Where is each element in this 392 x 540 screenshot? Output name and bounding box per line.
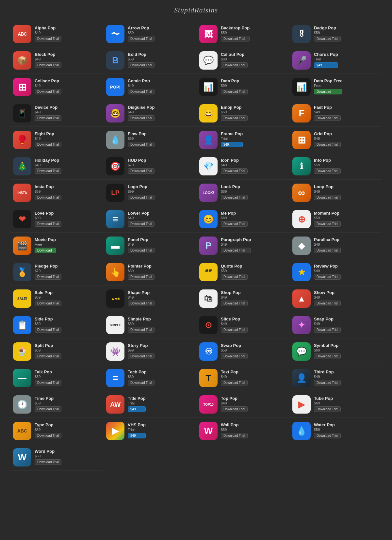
download-button[interactable]: Download Trial	[221, 195, 248, 200]
app-name: Shape Pop	[128, 290, 155, 295]
app-info: Icon Pop$49Download Trial	[221, 157, 248, 174]
download-button[interactable]: Download Trial	[128, 380, 155, 385]
app-info: Story Pop$99Download Trial	[128, 342, 155, 359]
download-button[interactable]: Download Trial	[35, 62, 61, 68]
download-button[interactable]: Download Trial	[35, 327, 61, 333]
download-button[interactable]: $49	[128, 433, 146, 438]
list-item: ▶Tube Pop$69Download Trial	[289, 391, 382, 418]
download-button[interactable]: Download Trial	[314, 168, 341, 174]
download-button[interactable]: Download Trial	[314, 36, 341, 41]
list-item: 💬Symbol Pop$69Download Trial	[289, 338, 382, 365]
download-button[interactable]: Download Trial	[128, 142, 155, 147]
download-button[interactable]: Download Trial	[35, 274, 61, 280]
download-button[interactable]: Download Trial	[221, 248, 251, 253]
app-info: Callout Pop$89Download Trial	[221, 51, 248, 68]
download-button[interactable]: Download Trial	[221, 327, 248, 333]
download-button[interactable]: Download Trial	[221, 168, 248, 174]
app-name: Data Pop	[221, 78, 248, 83]
download-button[interactable]: Download Trial	[35, 115, 61, 121]
download-button[interactable]: Download Trial	[35, 89, 61, 94]
list-item: PParagraph Pop$49Download Trial	[196, 233, 289, 259]
download-button[interactable]: Download Trial	[221, 274, 248, 280]
app-price: Trial	[221, 137, 243, 140]
list-item: 🛍Shop Pop$49Download Trial	[196, 286, 289, 312]
download-button[interactable]: Download Trial	[314, 248, 341, 253]
app-info: Simple Pop$59Download Trial	[128, 316, 155, 333]
download-button[interactable]: Download Trial	[221, 433, 248, 438]
app-name: HUD Pop	[128, 158, 155, 163]
download-button[interactable]: Download Trial	[35, 433, 61, 438]
download-button[interactable]: Download Trial	[128, 168, 155, 174]
list-item: WWord Pop$59Download Trial	[10, 444, 103, 471]
list-item: 🎄Holiday Pop$49Download Trial	[10, 153, 103, 180]
download-button[interactable]: Download Trial	[314, 433, 341, 438]
app-price: $49	[314, 110, 341, 114]
download-button[interactable]: Download Trial	[128, 301, 155, 306]
app-icon: 📋	[13, 316, 31, 334]
download-button[interactable]: Download Trial	[221, 36, 250, 41]
app-price: $69	[128, 269, 155, 273]
app-price: $99	[221, 84, 248, 88]
app-name: Fast Pop	[314, 105, 341, 110]
app-name: Fight Pop	[35, 131, 61, 136]
download-button[interactable]: Download Trial	[35, 142, 61, 147]
download-button[interactable]: Download Trial	[314, 274, 341, 280]
download-button[interactable]: Download Trial	[35, 168, 61, 174]
download-button[interactable]: Download Trial	[221, 62, 248, 68]
download-button[interactable]: Download	[314, 89, 342, 94]
download-button[interactable]: Download Trial	[128, 327, 155, 333]
list-item: WWall Pop$59Download Trial	[196, 418, 289, 444]
download-button[interactable]: Download Trial	[35, 380, 61, 385]
app-name: Love Pop	[35, 211, 61, 216]
download-button[interactable]: Download Trial	[128, 248, 155, 253]
download-button[interactable]: Download Trial	[221, 380, 248, 385]
download-button[interactable]: Download Trial	[128, 195, 155, 200]
download-button[interactable]: Download Trial	[35, 195, 61, 200]
download-button[interactable]: Download Trial	[314, 327, 341, 333]
download-button[interactable]: Download Trial	[314, 380, 341, 385]
app-name: VHS Pop	[128, 422, 146, 427]
list-item: 🕐Time Pop$59Download Trial	[10, 391, 103, 418]
download-button[interactable]: Download Trial	[221, 221, 248, 227]
app-price: $49	[314, 295, 341, 299]
download-button[interactable]: Download Trial	[128, 115, 155, 121]
download-button[interactable]: Download Trial	[314, 195, 341, 200]
download-button[interactable]: Download Trial	[128, 62, 155, 68]
download-button[interactable]: Download Trial	[221, 353, 248, 359]
download-button[interactable]: Download Trial	[314, 221, 341, 227]
download-button[interactable]: Download Trial	[35, 221, 61, 227]
download-button[interactable]: Download Trial	[35, 406, 61, 412]
download-button[interactable]: Download	[35, 248, 56, 253]
app-price: $59	[128, 57, 155, 61]
download-button[interactable]: Download Trial	[314, 301, 341, 306]
download-button[interactable]: $49	[221, 142, 243, 147]
download-button[interactable]: Download Trial	[128, 221, 155, 227]
page-wrapper: StupidRaisins ABCAlpha Pop$49Download Tr…	[0, 0, 392, 481]
app-price: $59	[314, 216, 341, 220]
download-button[interactable]: Download Trial	[221, 89, 248, 94]
download-button[interactable]: Download Trial	[221, 301, 248, 306]
download-button[interactable]: $49	[314, 62, 338, 68]
download-button[interactable]: Download Trial	[314, 115, 341, 121]
download-button[interactable]: Download Trial	[128, 274, 155, 280]
app-price: $49	[221, 295, 248, 299]
download-button[interactable]: Download Trial	[221, 406, 248, 412]
app-price: $49	[314, 242, 341, 246]
app-info: Panel Pop$49Download Trial	[128, 237, 155, 253]
app-name: Moment Pop	[314, 211, 341, 216]
app-icon: 🍨	[13, 342, 31, 361]
download-button[interactable]: Download Trial	[35, 36, 61, 41]
download-button[interactable]: Download Trial	[128, 36, 155, 41]
app-icon: TOP10	[199, 395, 218, 414]
download-button[interactable]: Download Trial	[314, 406, 341, 412]
download-button[interactable]: Download Trial	[221, 115, 248, 121]
download-button[interactable]: Download Trial	[35, 353, 61, 359]
download-button[interactable]: Download Trial	[35, 459, 61, 465]
download-button[interactable]: $49	[128, 406, 146, 412]
app-icon: 🏅	[13, 263, 31, 281]
download-button[interactable]: Download Trial	[314, 142, 341, 147]
download-button[interactable]: Download Trial	[128, 89, 155, 94]
download-button[interactable]: Download Trial	[314, 353, 341, 359]
download-button[interactable]: Download Trial	[35, 301, 61, 306]
download-button[interactable]: Download Trial	[128, 353, 155, 359]
